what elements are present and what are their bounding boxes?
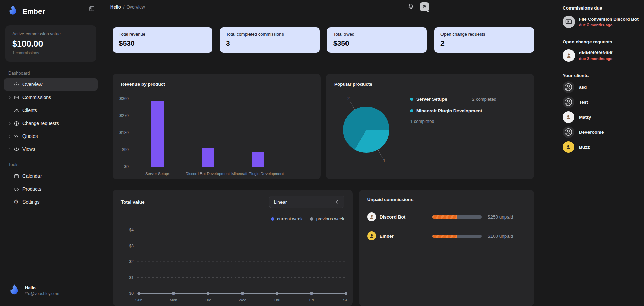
- svg-text:Mon: Mon: [170, 298, 177, 302]
- svg-text:Sun: Sun: [135, 298, 142, 302]
- unpaid-row-ember[interactable]: Ember$100 unpaid: [367, 231, 526, 240]
- due-item-date: due 3 months ago: [579, 57, 612, 61]
- active-commission-subtitle: 1 commissions: [12, 51, 90, 55]
- gear-icon: ⚙: [14, 199, 22, 205]
- user-email: **o@vouchley.com: [25, 291, 59, 296]
- legend-dot-icon: [410, 109, 413, 112]
- svg-text:$2: $2: [129, 259, 134, 264]
- x-axis-label: Server Setups: [145, 172, 170, 176]
- sidebar-item-label: Views: [22, 146, 35, 152]
- brand-row: Ember: [0, 0, 102, 21]
- stat-value: 2: [440, 39, 528, 47]
- svg-text:$3: $3: [129, 244, 134, 248]
- legend-label: previous week: [316, 216, 344, 221]
- sidebar-item-change-requests[interactable]: Change requests: [4, 117, 98, 129]
- revenue-bar-chart[interactable]: $0$90$180$270$360Server SetupsDiscord Bo…: [133, 99, 283, 167]
- sidebar-item-settings[interactable]: ⚙Settings: [4, 196, 98, 208]
- svg-text:2: 2: [347, 96, 350, 101]
- sidebar-item-label: Commissions: [22, 95, 51, 100]
- x-axis-label: Minecraft Plugin Development: [231, 172, 284, 176]
- total-value-line-chart[interactable]: $0$1$2$3$4SunMonTueWedThuFriSat: [121, 225, 344, 306]
- x-axis-label: Discord Bot Development: [186, 172, 230, 176]
- revenue-chart-title: Revenue by product: [121, 82, 312, 87]
- discord-icon[interactable]: [420, 2, 429, 11]
- stat-label: Total revenue: [119, 32, 206, 37]
- stat-label: Total owed: [333, 32, 421, 37]
- stat-card-total-revenue: Total revenue$530: [113, 27, 212, 53]
- sidebar-item-label: Overview: [22, 82, 42, 87]
- stat-label: Total completed commissions: [226, 32, 313, 37]
- popular-products-pie-chart[interactable]: 21: [334, 94, 399, 168]
- svg-text:$1: $1: [129, 275, 134, 280]
- right-panel: Commissions due File Conversion Discord …: [554, 0, 644, 306]
- sidebar-item-label: Calendar: [22, 173, 42, 179]
- total-value-title: Total value: [121, 199, 145, 205]
- unpaid-rows: Discord Bot$250 unpaidEmber$100 unpaid: [367, 212, 526, 240]
- user-row[interactable]: Hello **o@vouchley.com: [0, 277, 102, 306]
- client-row-buzz[interactable]: Buzz: [563, 141, 637, 153]
- client-row-asd[interactable]: asd: [563, 81, 637, 93]
- scale-select[interactable]: Linear: [269, 196, 344, 208]
- bar-discord-bot-development: [202, 148, 214, 167]
- sidebar-collapse-icon[interactable]: [88, 5, 95, 13]
- open-change-requests-heading: Open change requests: [563, 39, 637, 44]
- sidebar-item-quotes[interactable]: Quotes: [4, 130, 98, 142]
- user-avatar-flame-icon: [7, 284, 20, 298]
- client-row-matty[interactable]: Matty: [563, 111, 637, 123]
- avatar-character-yellow: [563, 141, 574, 153]
- sidebar-nav: DashboardOverviewCommissionsClientsChang…: [0, 64, 102, 209]
- breadcrumb-separator: /: [123, 4, 125, 10]
- client-row-test[interactable]: Test: [563, 96, 637, 108]
- legend-dot-icon: [410, 98, 413, 101]
- line-legend-previous-week[interactable]: previous week: [310, 216, 344, 221]
- client-row-deveroonie[interactable]: Deveroonie: [563, 126, 637, 138]
- active-commission-card: Active commission value $100.00 1 commis…: [5, 25, 96, 62]
- active-commission-label: Active commission value: [12, 31, 90, 36]
- stat-label: Open change requests: [440, 32, 528, 37]
- stat-value: $530: [119, 39, 206, 47]
- unpaid-name: Ember: [380, 233, 432, 239]
- unpaid-row-discord-bot[interactable]: Discord Bot$250 unpaid: [367, 212, 526, 221]
- client-name: Test: [579, 100, 588, 105]
- avatar-character-white: [367, 212, 376, 221]
- sidebar-item-label: Clients: [22, 108, 37, 113]
- breadcrumb-root[interactable]: Hello: [110, 4, 121, 10]
- bell-icon[interactable]: [407, 2, 415, 11]
- users-icon: [14, 108, 22, 113]
- due-item-name: dfdfdfdfdfdfdfdf: [579, 50, 612, 55]
- stat-card-open-change-requests: Open change requests2: [434, 27, 534, 53]
- due-item-dfdfdfdfdfdfdfdf[interactable]: dfdfdfdfdfdfdfdfdue 3 months ago: [563, 49, 637, 62]
- line-legend-current-week[interactable]: current week: [271, 216, 302, 221]
- progress-fill: [432, 235, 457, 238]
- sidebar-item-calendar[interactable]: Calendar: [4, 170, 98, 182]
- flame-icon: [7, 5, 18, 18]
- pie-legend-item: Server Setups2 completed: [410, 97, 496, 102]
- total-value-card: Total value Linear current weekprevious …: [113, 190, 353, 306]
- client-name: Matty: [579, 115, 591, 120]
- avatar-character-white: [563, 49, 575, 62]
- x-axis-tick: [208, 167, 208, 169]
- your-clients-list: asdTestMattyDeveroonieBuzz: [563, 81, 637, 153]
- commissions-due-heading: Commissions due: [563, 5, 637, 11]
- breadcrumb-current: Overview: [126, 4, 145, 10]
- progress-bar: [432, 215, 482, 219]
- sidebar-item-views[interactable]: Views: [4, 143, 98, 155]
- sidebar-item-commissions[interactable]: Commissions: [4, 91, 98, 103]
- app-root: Ember Active commission value $100.00 1 …: [0, 0, 644, 306]
- sidebar-item-products[interactable]: Products: [4, 183, 98, 195]
- avatar-character-yellow: [367, 231, 376, 240]
- truck-icon: [14, 186, 22, 192]
- sidebar-item-overview[interactable]: Overview: [4, 78, 98, 91]
- help-circle-icon: [14, 120, 22, 126]
- open-change-requests-list: dfdfdfdfdfdfdfdfdue 3 months ago: [563, 49, 637, 62]
- y-axis-tick: $90: [113, 147, 129, 152]
- svg-text:Wed: Wed: [239, 298, 246, 302]
- svg-text:Sat: Sat: [343, 298, 347, 302]
- svg-text:Thu: Thu: [274, 298, 280, 302]
- due-item-name: File Conversion Discord Bot: [579, 17, 639, 22]
- select-chevrons-icon: [335, 199, 340, 205]
- due-item-file-conversion-discord-bot[interactable]: File Conversion Discord Botdue 2 months …: [563, 16, 637, 28]
- sidebar-item-clients[interactable]: Clients: [4, 104, 98, 116]
- y-axis-tick: $270: [113, 113, 129, 118]
- svg-text:$4: $4: [129, 228, 134, 232]
